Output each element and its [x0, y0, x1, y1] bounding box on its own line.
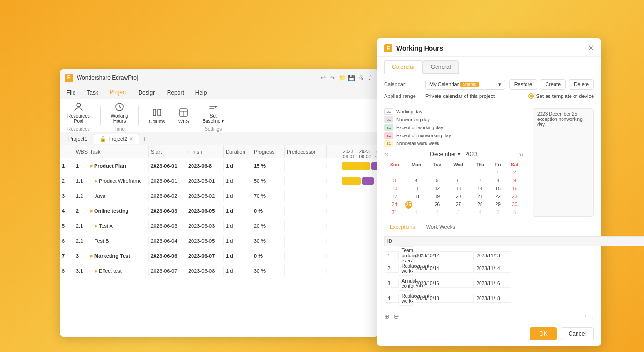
- tab-project2-close[interactable]: ✕: [129, 136, 133, 142]
- remove-exc-icon[interactable]: ⊖: [393, 313, 399, 320]
- wbs-button[interactable]: WBS: [175, 105, 192, 126]
- exc-tab-workweeks[interactable]: Work Weeks: [421, 222, 461, 232]
- restore-button[interactable]: Restore: [509, 79, 538, 90]
- set-template-radio[interactable]: [528, 93, 534, 99]
- exc-tab-exceptions[interactable]: Exceptions: [384, 222, 421, 232]
- cal-day-7[interactable]: 7: [470, 177, 490, 185]
- calendar-dropdown-icon: ▾: [498, 82, 501, 88]
- save-icon[interactable]: 💾: [348, 74, 355, 82]
- cal-day-24[interactable]: 24: [384, 201, 405, 209]
- tab-add-button[interactable]: +: [140, 134, 149, 143]
- redo-icon[interactable]: ↪: [329, 74, 336, 82]
- cal-day-9[interactable]: 9: [506, 177, 524, 185]
- dialog-tab-general[interactable]: General: [423, 60, 459, 74]
- exc-td-name: Replacement work-...: [399, 292, 413, 306]
- table-row[interactable]: 1 1 ▶Product Plan 2023-06-01 2023-06-8 1…: [60, 158, 341, 173]
- cal-day-15[interactable]: 15: [490, 185, 506, 193]
- exc-row-4[interactable]: 4 Replacement work-... 2023/10/18 2023/1…: [385, 291, 644, 306]
- columns-button[interactable]: Colums: [146, 105, 168, 126]
- cal-day-10[interactable]: 10: [384, 185, 405, 193]
- create-button[interactable]: Create: [540, 79, 566, 90]
- menu-task[interactable]: Task: [85, 89, 100, 97]
- table-row[interactable]: 4 2 ▶Online testing 2023-06-03 2023-06-0…: [60, 203, 341, 218]
- reorder-up-icon[interactable]: ↑: [584, 313, 587, 320]
- cal-day-12[interactable]: 12: [428, 185, 447, 193]
- dialog-footer: OK Cancel: [377, 323, 601, 346]
- cal-day-20[interactable]: 20: [447, 193, 470, 201]
- delete-button[interactable]: Delete: [569, 79, 594, 90]
- legend-label-exc-working: Exception working day: [396, 125, 443, 130]
- dialog-close-button[interactable]: ✕: [588, 45, 594, 52]
- cal-day-30[interactable]: 30: [506, 201, 524, 209]
- exc-row-3[interactable]: 3 Annual conference 2023/10/16 2023/11/1…: [385, 276, 644, 291]
- cal-day-23[interactable]: 23: [506, 193, 524, 201]
- menu-project[interactable]: Project: [108, 88, 129, 97]
- cal-day-14[interactable]: 14: [470, 185, 490, 193]
- tab-project2[interactable]: 🔒 Project2 ✕: [94, 134, 139, 144]
- cal-day-18[interactable]: 18: [405, 193, 428, 201]
- set-template-text: Set as template of device: [536, 93, 594, 99]
- cal-day-17[interactable]: 17: [384, 193, 405, 201]
- cal-prev-button[interactable]: ‹‹: [384, 150, 388, 158]
- working-hours-label: WorkingHours: [111, 113, 128, 124]
- cal-header-fri: Fri: [490, 161, 506, 169]
- reorder-down-icon[interactable]: ↓: [591, 313, 594, 320]
- tab-project1-label: Project1: [68, 136, 87, 142]
- cal-day-1[interactable]: 1: [490, 169, 506, 177]
- exc-row-2[interactable]: 2 Replacement work-... 2023/10/14 2023/1…: [385, 261, 644, 276]
- exc-row-1[interactable]: 1 Team-building exer-... 2023/10/12 2023…: [385, 246, 644, 261]
- td-progress: 50 %: [252, 176, 285, 186]
- cal-day-25[interactable]: 25: [405, 201, 412, 209]
- menu-file[interactable]: File: [65, 89, 77, 97]
- share-icon[interactable]: ⤴: [366, 74, 374, 82]
- gantt-header: 2023-06-01 2023-06-02 2023-06-03 2023-06…: [341, 145, 378, 158]
- dialog-tab-calendar[interactable]: Calendar: [384, 60, 423, 74]
- table-row[interactable]: 2 1.1 ▶Product Wireframe 2023-06-01 2023…: [60, 173, 341, 188]
- cal-day-22[interactable]: 22: [490, 193, 506, 201]
- ok-button[interactable]: OK: [530, 327, 556, 340]
- add-exc-icon[interactable]: ⊕: [384, 313, 390, 320]
- cal-day-27[interactable]: 27: [447, 201, 470, 209]
- calendar-select[interactable]: My Calendar Shared ▾: [425, 80, 505, 90]
- cal-day-11[interactable]: 11: [405, 185, 428, 193]
- td-finish: 2023-06-03: [186, 221, 224, 231]
- tab-project1[interactable]: Project1: [63, 134, 93, 143]
- working-hours-button[interactable]: WorkingHours: [108, 99, 131, 126]
- cal-day-31[interactable]: 31: [384, 209, 405, 217]
- legend-badge-working: 31: [384, 108, 393, 115]
- cal-day-4[interactable]: 4: [405, 177, 428, 185]
- cal-next-button[interactable]: ››: [519, 150, 524, 158]
- cal-day-2[interactable]: 2: [506, 169, 524, 177]
- table-row[interactable]: 7 3 ▶Marketing Test 2023-06-06 2023-06-0…: [60, 248, 341, 263]
- cal-day-8[interactable]: 8: [490, 177, 506, 185]
- menu-report[interactable]: Report: [165, 89, 186, 97]
- cal-day-5[interactable]: 5: [428, 177, 447, 185]
- cal-day-21[interactable]: 21: [470, 193, 490, 201]
- table-body: 1 1 ▶Product Plan 2023-06-01 2023-06-8 1…: [60, 158, 341, 337]
- table-row[interactable]: 8 3.1 ▶Effect test 2023-06-07 2023-06-08…: [60, 263, 341, 278]
- print-icon[interactable]: 🖨: [357, 74, 364, 82]
- set-baseline-button[interactable]: SetBaseline ▾: [200, 99, 227, 126]
- controls-row: ⊕ ⊖ ↑ ↓: [377, 310, 601, 323]
- cancel-button[interactable]: Cancel: [561, 327, 594, 340]
- table-row[interactable]: 3 1.2 Java 2023-06-02 2023-06-02 1 d 70 …: [60, 188, 341, 203]
- gantt-row-7: [341, 248, 378, 263]
- cal-day-3[interactable]: 3: [384, 177, 405, 185]
- cal-day-19[interactable]: 19: [428, 193, 447, 201]
- menu-help[interactable]: Help: [193, 89, 209, 97]
- cal-day-29[interactable]: 29: [490, 201, 506, 209]
- cal-day-28[interactable]: 28: [470, 201, 490, 209]
- cal-day-13[interactable]: 13: [447, 185, 470, 193]
- folder-icon[interactable]: 📁: [338, 74, 346, 82]
- undo-icon[interactable]: ↩: [319, 74, 327, 82]
- resources-pool-button[interactable]: ResourcesPool: [65, 99, 93, 126]
- menu-design[interactable]: Design: [136, 89, 157, 97]
- cal-day-6[interactable]: 6: [447, 177, 470, 185]
- table-row[interactable]: 5 2.1 ▶Test A 2023-06-03 2023-06-03 1 d …: [60, 218, 341, 233]
- cal-day-16[interactable]: 16: [506, 185, 524, 193]
- table-row[interactable]: 6 2.2 Test B 2023-06-04 2023-06-05 1 d 3…: [60, 233, 341, 248]
- td-duration: 1 d: [224, 161, 252, 171]
- divider-2: [138, 106, 139, 125]
- cal-day-26[interactable]: 26: [428, 201, 447, 209]
- th-start: Start: [149, 145, 186, 158]
